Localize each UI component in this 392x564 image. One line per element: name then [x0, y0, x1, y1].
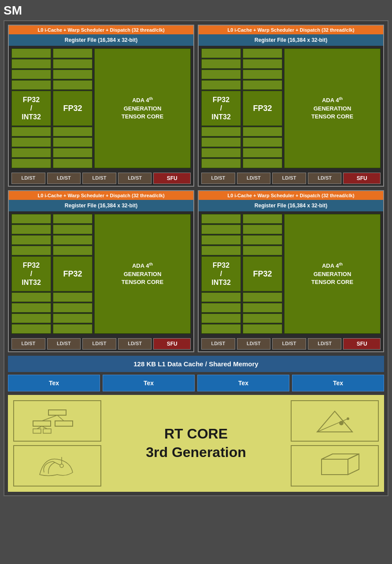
tensor-col-2: ADA 4thGENERATIONTENSOR CORE — [94, 214, 191, 334]
compute-area-3: FP32 / INT32FP32ADA 4thGENERATIONTENSOR … — [199, 211, 383, 336]
rt-icon-box-bl — [13, 445, 101, 487]
ld-st-btn-1-0[interactable]: LD/ST — [201, 173, 235, 184]
compute-cell — [53, 225, 92, 234]
fp32-int32-col-2: FP32 / INT32 — [11, 214, 51, 334]
svg-marker-19 — [348, 454, 359, 475]
ld-st-btn-2-1[interactable]: LD/ST — [47, 338, 81, 350]
compute-cell — [11, 225, 51, 234]
compute-cell — [53, 324, 92, 334]
compute-cell — [11, 214, 51, 224]
compute-cell — [53, 303, 92, 313]
ld-st-btn-0-1[interactable]: LD/ST — [47, 173, 81, 184]
fp32-int32-label-2: FP32 / INT32 — [11, 256, 51, 291]
compute-cell — [243, 303, 282, 313]
tensor-block-1: ADA 4thGENERATIONTENSOR CORE — [284, 48, 381, 168]
ld-st-btn-0-0[interactable]: LD/ST — [11, 173, 45, 184]
bottom-bar-2: LD/STLD/STLD/STLD/STSFU — [9, 336, 193, 351]
compute-cell — [243, 225, 282, 234]
svg-line-15 — [317, 419, 348, 432]
svg-marker-17 — [322, 459, 348, 475]
svg-rect-2 — [55, 421, 73, 426]
ld-st-btn-1-2[interactable]: LD/ST — [272, 173, 306, 184]
svg-rect-0 — [48, 410, 66, 415]
ld-st-btn-1-1[interactable]: LD/ST — [237, 173, 271, 184]
svg-line-23 — [348, 469, 359, 475]
bottom-bar-1: LD/STLD/STLD/STLD/STSFU — [199, 171, 383, 186]
tensor-block-0: ADA 4thGENERATIONTENSOR CORE — [94, 48, 191, 168]
compute-cell — [201, 59, 241, 69]
compute-cell — [201, 214, 241, 224]
compute-cell — [11, 235, 51, 245]
compute-cell — [243, 148, 282, 158]
tex-row: TexTexTexTex — [8, 375, 384, 391]
compute-cell — [11, 313, 51, 323]
compute-cell — [11, 80, 51, 90]
ld-st-btn-3-0[interactable]: LD/ST — [201, 338, 235, 350]
compute-area-0: FP32 / INT32FP32ADA 4thGENERATIONTENSOR … — [9, 46, 193, 171]
ld-st-btn-2-3[interactable]: LD/ST — [118, 338, 152, 350]
fp32-col-3: FP32 — [243, 214, 282, 334]
compute-cell — [201, 137, 241, 147]
ld-st-btn-2-0[interactable]: LD/ST — [11, 338, 45, 350]
ld-st-btn-3-2[interactable]: LD/ST — [272, 338, 306, 350]
ld-st-btn-2-2[interactable]: LD/ST — [82, 338, 116, 350]
compute-cell — [53, 80, 92, 90]
sfu-btn-3[interactable]: SFU — [343, 338, 381, 350]
rt-icon-box-tr — [291, 400, 379, 442]
compute-cell — [11, 292, 51, 302]
fp32-int32-label-3: FP32 / INT32 — [201, 256, 241, 291]
tex-btn-1[interactable]: Tex — [103, 375, 195, 391]
compute-cell — [53, 235, 92, 245]
four-grid: L0 i-Cache + Warp Scheduler + Dispatch (… — [8, 25, 384, 352]
svg-line-5 — [42, 415, 57, 421]
ld-st-btn-0-2[interactable]: LD/ST — [82, 173, 116, 184]
rt-icon-box-br — [291, 445, 379, 487]
compute-cell — [53, 159, 92, 168]
compute-cell — [53, 137, 92, 147]
sm-block-0: L0 i-Cache + Warp Scheduler + Dispatch (… — [8, 25, 194, 187]
fp32-int32-label-0: FP32 / INT32 — [11, 91, 51, 126]
compute-cell — [201, 235, 241, 245]
compute-cell — [243, 214, 282, 224]
compute-cell — [201, 225, 241, 234]
compute-area-1: FP32 / INT32FP32ADA 4thGENERATIONTENSOR … — [199, 46, 383, 171]
sm-block-1: L0 i-Cache + Warp Scheduler + Dispatch (… — [198, 25, 384, 187]
rt-core-label: RT CORE 3rd Generation — [146, 425, 246, 461]
compute-cell — [11, 48, 51, 58]
l0-cache-bar-3: L0 i-Cache + Warp Scheduler + Dispatch (… — [199, 191, 383, 200]
ld-st-btn-3-1[interactable]: LD/ST — [237, 338, 271, 350]
rt-icon-box-tl — [13, 400, 101, 442]
tensor-block-2: ADA 4thGENERATIONTENSOR CORE — [94, 214, 191, 334]
compute-cell — [11, 148, 51, 158]
compute-cell — [243, 59, 282, 69]
svg-point-16 — [347, 417, 349, 420]
tensor-block-3: ADA 4thGENERATIONTENSOR CORE — [284, 214, 381, 334]
tex-btn-0[interactable]: Tex — [8, 375, 100, 391]
compute-cell — [11, 303, 51, 313]
outer-container: L0 i-Cache + Warp Scheduler + Dispatch (… — [4, 20, 388, 496]
sfu-btn-0[interactable]: SFU — [153, 173, 191, 184]
ld-st-btn-3-3[interactable]: LD/ST — [308, 338, 342, 350]
fp32-col-1: FP32 — [243, 48, 282, 168]
rt-left — [13, 400, 101, 487]
sfu-btn-2[interactable]: SFU — [153, 338, 191, 350]
compute-cell — [243, 313, 282, 323]
compute-cell — [201, 303, 241, 313]
svg-rect-4 — [43, 429, 51, 433]
fp32-int32-label-1: FP32 / INT32 — [201, 91, 241, 126]
l1-cache-bar: 128 KB L1 Data Cache / Shared Memory — [8, 356, 384, 372]
ld-st-btn-1-3[interactable]: LD/ST — [308, 173, 342, 184]
fp32-int32-col-0: FP32 / INT32 — [11, 48, 51, 168]
compute-cell — [11, 137, 51, 147]
compute-cell — [201, 159, 241, 168]
tex-btn-2[interactable]: Tex — [197, 375, 289, 391]
fp32-label-1: FP32 — [243, 91, 282, 126]
compute-cell — [11, 246, 51, 255]
sfu-btn-1[interactable]: SFU — [343, 173, 381, 184]
rt-middle: RT CORE 3rd Generation — [101, 400, 291, 487]
ld-st-btn-0-3[interactable]: LD/ST — [118, 173, 152, 184]
fp32-label-3: FP32 — [243, 256, 282, 291]
sm-title: SM — [4, 4, 388, 18]
compute-cell — [53, 246, 92, 255]
tex-btn-3[interactable]: Tex — [292, 375, 384, 391]
